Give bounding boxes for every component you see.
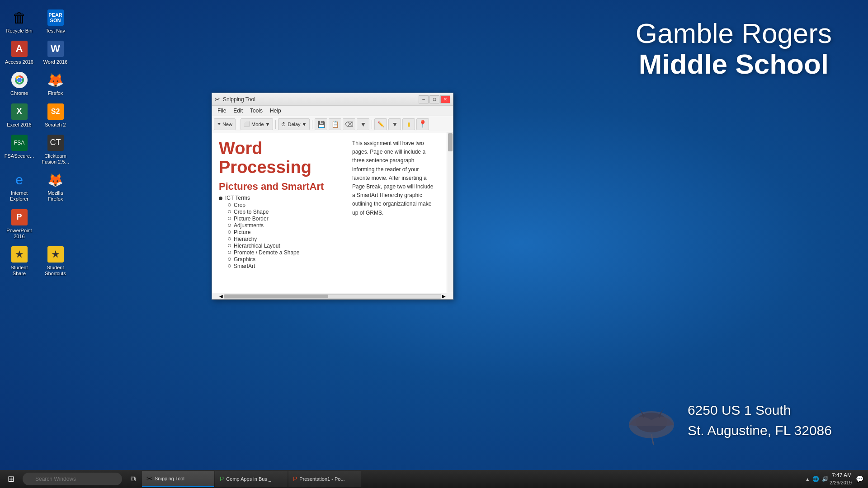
list-item: Adjustments <box>228 222 345 229</box>
doc-title-processing: Processing <box>219 158 345 177</box>
doc-subtitle: Pictures and SmartArt <box>219 181 345 192</box>
close-button[interactable]: ✕ <box>440 95 450 103</box>
mode-button[interactable]: ⬜ Mode ▼ <box>241 118 273 130</box>
sub-bullet <box>228 244 231 247</box>
clickteam-label: Clickteam Fusion 2.5... <box>40 153 71 165</box>
ict-terms-label: ICT Terms <box>225 195 250 201</box>
sub-bullet <box>228 258 231 261</box>
mozilla-label: Mozilla Firefox <box>40 190 71 202</box>
desktop-icons: 🗑 Recycle Bin PEARSON Test Nav A Access … <box>0 5 75 281</box>
mozilla-icon: 🦊 <box>47 171 65 189</box>
word-icon: W <box>47 40 65 58</box>
snipping-tool-taskbar-label: Snipping Tool <box>155 476 184 481</box>
time-display: 7:47 AM <box>830 472 852 479</box>
ppt-label: PowerPoint 2016 <box>4 228 34 239</box>
new-button[interactable]: ✦ New <box>214 118 236 130</box>
sub-bullet <box>228 230 231 234</box>
sub-bullet <box>228 217 231 220</box>
recycle-bin-label: Recycle Bin <box>6 28 32 34</box>
list-item: Hierarchy <box>228 236 345 242</box>
testnav-icon: PEARSON <box>47 9 65 27</box>
access-icon: A <box>10 40 28 58</box>
comp-apps-taskbar-icon: P <box>220 475 224 483</box>
student-shortcuts-label: Student Shortcuts <box>40 265 71 277</box>
presentation-taskbar-icon: P <box>293 475 297 483</box>
menu-file[interactable]: File <box>214 107 230 115</box>
desktop-icon-access[interactable]: A Access 2016 <box>2 38 36 67</box>
list-item: Crop <box>228 202 345 208</box>
scroll-right-button[interactable]: ▶ <box>441 294 447 299</box>
task-view-button[interactable]: ⧉ <box>125 471 141 487</box>
sub-bullet <box>228 203 231 206</box>
minimize-button[interactable]: – <box>419 95 429 103</box>
network-icon[interactable]: 🌐 <box>812 476 819 482</box>
desktop-icon-clickteam[interactable]: CT Clickteam Fusion 2.5... <box>38 132 72 167</box>
scratch-icon: S2 <box>47 103 65 121</box>
school-name: Gamble Rogers Middle School <box>636 18 832 80</box>
desktop-icon-fsasecure[interactable]: FSA FSASecure... <box>2 132 36 167</box>
desktop-icon-student-share[interactable]: ★ Student Share <box>2 244 36 278</box>
svg-point-5 <box>17 78 22 82</box>
delay-button[interactable]: ⏱ Delay ▼ <box>278 118 310 130</box>
horizontal-scrollbar-thumb[interactable] <box>224 295 328 298</box>
desktop-icon-scratch[interactable]: S2 Scratch 2 <box>38 101 72 130</box>
vertical-scrollbar[interactable] <box>447 132 453 293</box>
maximize-button[interactable]: □ <box>429 95 439 103</box>
dropdown-button[interactable]: ▼ <box>357 118 369 130</box>
sub-bullet <box>228 237 231 240</box>
menu-edit[interactable]: Edit <box>230 107 246 115</box>
mode-icon: ⬜ <box>244 121 250 127</box>
recycle-bin-icon: 🗑 <box>10 9 28 27</box>
notification-button[interactable]: 💬 <box>853 471 866 487</box>
eraser-button[interactable]: ⌫ <box>343 118 355 130</box>
desktop-icon-testnav[interactable]: PEARSON Test Nav <box>38 7 72 36</box>
desktop-icon-mozilla[interactable]: 🦊 Mozilla Firefox <box>38 169 72 204</box>
tray-up-icon[interactable]: ▲ <box>805 477 810 482</box>
scratch-label: Scratch 2 <box>45 122 66 128</box>
taskbar-snipping-tool[interactable]: ✂ Snipping Tool <box>142 471 214 487</box>
clickteam-icon: CT <box>47 134 65 152</box>
sub-bullet <box>228 264 231 267</box>
school-logo-icon <box>624 393 679 447</box>
copy-button[interactable]: 📋 <box>329 118 341 130</box>
desktop-icon-student-shortcuts[interactable]: ★ Student Shortcuts <box>38 244 72 278</box>
excel-label: Excel 2016 <box>7 122 31 128</box>
scrollbar-thumb[interactable] <box>448 133 453 151</box>
desktop-icon-chrome[interactable]: Chrome <box>2 69 36 98</box>
desktop-icon-excel[interactable]: X Excel 2016 <box>2 101 36 130</box>
start-button[interactable]: ⊞ <box>2 471 20 487</box>
list-item: SmartArt <box>228 263 345 269</box>
desktop-icon-ppt[interactable]: P PowerPoint 2016 <box>2 206 36 241</box>
marker-button[interactable]: 📍 <box>416 118 429 130</box>
desktop-icon-word[interactable]: W Word 2016 <box>38 38 72 67</box>
horizontal-scrollbar-track[interactable] <box>224 294 441 299</box>
taskbar-search-input[interactable] <box>23 473 122 485</box>
volume-icon[interactable]: 🔊 <box>822 476 829 482</box>
sub-bullet <box>228 210 231 213</box>
clock[interactable]: 7:47 AM 2/26/2019 <box>830 472 852 486</box>
doc-content: Word Processing Pictures and SmartArt IC… <box>212 132 445 277</box>
firefox-icon: 🦊 <box>47 71 65 89</box>
student-share-icon: ★ <box>10 245 28 263</box>
notification-icon: 💬 <box>856 475 863 483</box>
taskbar-comp-apps[interactable]: P Comp Apps in Bus _ <box>215 471 288 487</box>
desktop-icon-recycle-bin[interactable]: 🗑 Recycle Bin <box>2 7 36 36</box>
desktop: Gamble Rogers Middle School 6250 US 1 So… <box>0 0 868 488</box>
scroll-left-button[interactable]: ◀ <box>218 294 224 299</box>
list-item: Promote / Demote a Shape <box>228 249 345 256</box>
desktop-icon-firefox[interactable]: 🦊 Firefox <box>38 69 72 98</box>
ie-label: Internet Explorer <box>4 190 34 202</box>
task-view-icon: ⧉ <box>131 475 136 483</box>
pen-button[interactable]: ✏️ <box>374 118 387 130</box>
taskbar-presentation[interactable]: P Presentation1 - Po... <box>288 471 361 487</box>
taskbar: ⊞ 🔍 ⧉ ✂ Snipping Tool P Comp Apps in Bus… <box>0 470 868 488</box>
pen-color-button[interactable]: ▼ <box>388 118 401 130</box>
delay-label: Delay <box>288 122 300 127</box>
titlebar-left: ✂ Snipping Tool <box>215 96 255 103</box>
snipping-tool-icon: ✂ <box>215 96 220 103</box>
menu-help[interactable]: Help <box>266 107 285 115</box>
save-button[interactable]: 💾 <box>315 118 327 130</box>
desktop-icon-ie[interactable]: e Internet Explorer <box>2 169 36 204</box>
menu-tools[interactable]: Tools <box>246 107 266 115</box>
highlight-button[interactable]: ▮ <box>402 118 415 130</box>
